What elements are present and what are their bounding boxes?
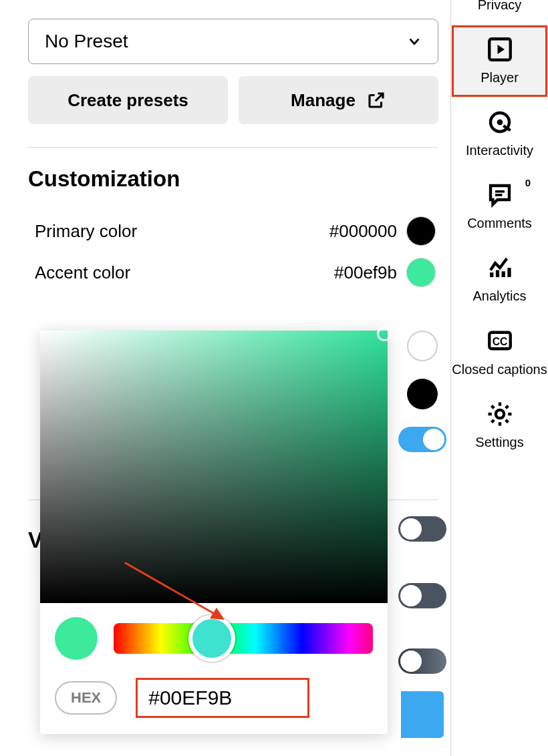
svg-text:CC: CC <box>492 336 507 347</box>
cc-icon: CC <box>486 327 514 355</box>
sidebar-item-label: Player <box>451 70 548 85</box>
sidebar-item-settings[interactable]: Settings <box>451 389 548 462</box>
partial-blue-button[interactable] <box>401 691 444 738</box>
divider <box>28 147 438 148</box>
interactivity-icon <box>486 108 514 136</box>
create-presets-button[interactable]: Create presets <box>28 76 228 124</box>
external-link-icon <box>366 90 386 110</box>
sidebar-item-label: Analytics <box>451 289 548 304</box>
sidebar-item-player[interactable]: Player <box>451 25 548 98</box>
accent-color-swatch[interactable] <box>406 258 436 287</box>
saturation-cursor[interactable] <box>377 327 392 341</box>
sidebar-item-privacy[interactable]: Privacy <box>451 0 548 25</box>
analytics-icon <box>486 254 514 282</box>
right-sidebar: Privacy Player Interactivity 0 Comments … <box>450 0 548 756</box>
saturation-value-field[interactable] <box>40 331 388 603</box>
sidebar-item-label: Closed captions <box>451 361 548 377</box>
comments-icon <box>486 181 514 209</box>
svg-point-4 <box>497 120 503 126</box>
svg-point-13 <box>495 410 503 418</box>
hex-input[interactable] <box>136 678 309 718</box>
hue-slider-thumb[interactable] <box>188 615 235 662</box>
toggle-4[interactable] <box>398 648 446 674</box>
sidebar-item-closed-captions[interactable]: CC Closed captions <box>451 316 548 389</box>
comments-badge: 0 <box>525 177 531 188</box>
settings-icon <box>486 400 514 428</box>
toggle-3[interactable] <box>398 583 446 608</box>
accent-color-row[interactable]: Accent color #00ef9b <box>28 252 438 293</box>
chevron-down-icon <box>407 34 422 49</box>
player-icon <box>486 35 514 63</box>
create-presets-label: Create presets <box>67 90 188 111</box>
primary-color-label: Primary color <box>35 221 329 242</box>
color-picker: HEX <box>40 331 388 734</box>
preset-selected-value: No Preset <box>45 31 128 52</box>
sidebar-item-label: Interactivity <box>451 143 548 158</box>
color-preview-circle <box>55 617 98 660</box>
primary-color-swatch[interactable] <box>406 216 436 246</box>
sidebar-item-label: Settings <box>451 435 548 450</box>
sidebar-item-label: Privacy <box>451 0 548 13</box>
primary-color-row[interactable]: Primary color #000000 <box>28 210 438 252</box>
sidebar-item-analytics[interactable]: Analytics <box>451 243 548 316</box>
preset-select[interactable]: No Preset <box>28 19 438 64</box>
text-color-swatch[interactable] <box>407 331 438 361</box>
customization-title: Customization <box>28 166 438 192</box>
manage-button[interactable]: Manage <box>239 76 438 124</box>
toggle-1[interactable] <box>398 427 446 452</box>
toggle-2[interactable] <box>398 516 446 542</box>
hue-slider[interactable] <box>114 623 373 654</box>
manage-label: Manage <box>291 90 356 111</box>
sidebar-item-interactivity[interactable]: Interactivity <box>451 98 548 170</box>
hex-mode-chip[interactable]: HEX <box>55 681 117 715</box>
sidebar-item-comments[interactable]: 0 Comments <box>451 170 548 243</box>
accent-color-value: #00ef9b <box>334 262 397 283</box>
sidebar-item-label: Comments <box>451 216 548 231</box>
accent-color-label: Accent color <box>35 262 334 283</box>
background-color-swatch[interactable] <box>407 379 438 409</box>
primary-color-value: #000000 <box>329 221 397 242</box>
